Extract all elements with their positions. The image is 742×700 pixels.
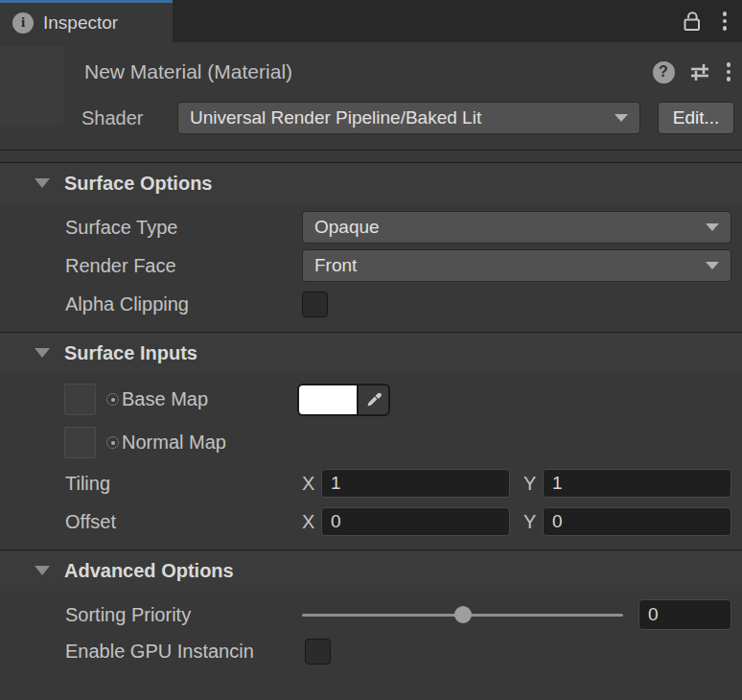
section-title: Advanced Options bbox=[64, 560, 234, 582]
chevron-down-icon bbox=[706, 223, 719, 231]
offset-x-field[interactable]: 0 bbox=[321, 507, 510, 536]
foldout-triangle-icon bbox=[35, 348, 50, 358]
object-picker-icon[interactable] bbox=[106, 436, 119, 449]
info-circle-icon: i bbox=[12, 12, 34, 34]
section-advanced-options: Advanced Options Sorting Priority 0 Enab… bbox=[0, 549, 742, 677]
surface-type-label: Surface Type bbox=[65, 217, 302, 239]
object-picker-icon[interactable] bbox=[106, 393, 119, 406]
eyedropper-icon[interactable] bbox=[357, 385, 388, 414]
shader-edit-button[interactable]: Edit... bbox=[658, 102, 734, 134]
presets-sliders-icon[interactable] bbox=[688, 61, 711, 82]
base-map-texture-slot[interactable] bbox=[64, 384, 96, 415]
offset-label: Offset bbox=[65, 511, 302, 533]
tiling-x-field[interactable]: 1 bbox=[321, 469, 510, 498]
sorting-priority-value-field[interactable]: 0 bbox=[638, 599, 731, 630]
section-title: Surface Inputs bbox=[64, 342, 197, 364]
surface-type-value: Opaque bbox=[314, 217, 380, 238]
render-face-label: Render Face bbox=[65, 255, 302, 277]
base-map-label: Base Map bbox=[122, 388, 208, 410]
alpha-clipping-row: Alpha Clipping bbox=[0, 285, 742, 323]
help-icon[interactable]: ? bbox=[653, 61, 675, 83]
sorting-priority-row: Sorting Priority 0 bbox=[0, 595, 742, 634]
material-kebab-menu-icon[interactable] bbox=[725, 60, 733, 83]
normal-map-texture-slot[interactable] bbox=[64, 427, 96, 458]
tiling-x-axis-label: X bbox=[302, 473, 321, 495]
alpha-clipping-checkbox[interactable] bbox=[302, 292, 328, 317]
shader-dropdown[interactable]: Universal Render Pipeline/Baked Lit bbox=[177, 102, 640, 134]
unlocked-padlock-icon[interactable] bbox=[680, 10, 704, 34]
sorting-priority-slider[interactable] bbox=[302, 605, 623, 624]
divider bbox=[0, 150, 742, 162]
gpu-instancing-row: Enable GPU Instancin bbox=[0, 634, 742, 668]
base-map-color-swatch[interactable] bbox=[299, 385, 357, 414]
shader-dropdown-value: Universal Render Pipeline/Baked Lit bbox=[190, 107, 481, 128]
material-title: New Material (Material) bbox=[84, 60, 639, 83]
tiling-y-axis-label: Y bbox=[523, 473, 543, 495]
advanced-options-foldout-header[interactable]: Advanced Options bbox=[0, 549, 742, 591]
material-preview-thumbnail[interactable] bbox=[0, 46, 63, 127]
tiling-row: Tiling X 1 Y 1 bbox=[0, 464, 742, 502]
section-title: Surface Options bbox=[64, 173, 212, 195]
gpu-instancing-label: Enable GPU Instancin bbox=[65, 641, 305, 663]
material-header: New Material (Material) ? Shader Univers… bbox=[0, 42, 742, 150]
section-surface-options: Surface Options Surface Type Opaque Rend… bbox=[0, 162, 742, 332]
offset-y-field[interactable]: 0 bbox=[543, 507, 731, 536]
shader-label: Shader bbox=[81, 107, 177, 129]
base-map-color-field[interactable] bbox=[297, 384, 390, 416]
surface-type-row: Surface Type Opaque bbox=[0, 208, 742, 246]
render-face-row: Render Face Front bbox=[0, 246, 742, 285]
alpha-clipping-label: Alpha Clipping bbox=[65, 293, 302, 315]
foldout-triangle-icon bbox=[35, 178, 50, 188]
tiling-y-field[interactable]: 1 bbox=[543, 469, 731, 498]
render-face-dropdown[interactable]: Front bbox=[302, 249, 731, 282]
normal-map-row: Normal Map bbox=[0, 421, 742, 464]
offset-y-axis-label: Y bbox=[523, 511, 543, 533]
inspector-tab-bar: i Inspector bbox=[0, 0, 742, 42]
render-face-value: Front bbox=[314, 255, 357, 276]
tab-label: Inspector bbox=[43, 12, 118, 34]
tiling-label: Tiling bbox=[65, 473, 302, 495]
slider-handle[interactable] bbox=[454, 606, 472, 623]
offset-x-axis-label: X bbox=[302, 511, 321, 533]
section-surface-inputs: Surface Inputs Base Map bbox=[0, 332, 742, 549]
base-map-row: Base Map bbox=[0, 378, 742, 421]
gpu-instancing-checkbox[interactable] bbox=[305, 639, 331, 665]
tab-inspector[interactable]: i Inspector bbox=[0, 0, 173, 42]
normal-map-label: Normal Map bbox=[122, 432, 226, 454]
chevron-down-icon bbox=[614, 114, 628, 122]
surface-options-foldout-header[interactable]: Surface Options bbox=[0, 162, 742, 203]
surface-type-dropdown[interactable]: Opaque bbox=[302, 211, 731, 244]
chevron-down-icon bbox=[706, 262, 719, 269]
sorting-priority-label: Sorting Priority bbox=[65, 604, 302, 626]
kebab-menu-icon[interactable] bbox=[721, 10, 730, 33]
offset-row: Offset X 0 Y 0 bbox=[0, 502, 742, 541]
surface-inputs-foldout-header[interactable]: Surface Inputs bbox=[0, 332, 742, 373]
foldout-triangle-icon bbox=[35, 566, 50, 575]
